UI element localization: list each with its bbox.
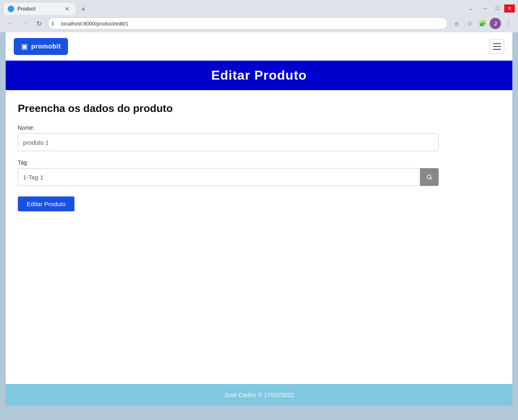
active-tab[interactable]: 🌐 Product ✕	[3, 2, 76, 15]
browser-actions: ⎋ ☆ 🧩 J ⋮	[451, 18, 514, 29]
tabs-row: 🌐 Product ✕ +	[3, 2, 89, 15]
main-content: Preencha os dados do produto Nome: Tag E…	[6, 90, 512, 377]
logo-icon: ▣	[21, 42, 28, 51]
more-button[interactable]: ⋮	[503, 18, 514, 29]
tag-input-group	[18, 168, 439, 186]
logo-button[interactable]: ▣ promobit	[14, 38, 68, 55]
bookmark-button[interactable]: ☆	[464, 18, 475, 29]
footer: José Carlos © 17/02/2022	[6, 384, 512, 405]
tab-title: Product	[17, 6, 60, 12]
close-button[interactable]: ✕	[504, 4, 515, 13]
logo-text: promobit	[31, 43, 61, 50]
name-input[interactable]	[18, 133, 439, 151]
tag-search-button[interactable]	[420, 168, 439, 186]
profile-button[interactable]: J	[490, 18, 501, 29]
tab-favicon: 🌐	[8, 6, 14, 12]
navbar: ▣ promobit	[6, 32, 512, 61]
minimize-button[interactable]: ─	[480, 4, 490, 13]
share-button[interactable]: ⎋	[451, 18, 462, 29]
back-button[interactable]: ←	[4, 18, 15, 29]
submit-button[interactable]: Editar Produto	[18, 196, 74, 211]
tag-form-group: Tag	[18, 159, 439, 186]
footer-text: José Carlos © 17/02/2022	[224, 391, 294, 398]
page-wrapper: ▣ promobit Editar Produto Preencha os da…	[6, 32, 512, 384]
extensions-button[interactable]: 🧩	[477, 18, 488, 29]
address-input[interactable]	[48, 17, 448, 30]
maximize-button[interactable]: ☐	[492, 4, 503, 13]
new-tab-button[interactable]: +	[78, 4, 89, 15]
forward-button[interactable]: →	[19, 18, 30, 29]
name-label: Nome:	[18, 125, 439, 131]
spacer	[18, 211, 500, 365]
name-form-group: Nome:	[18, 125, 439, 151]
tab-close-button[interactable]: ✕	[64, 5, 71, 13]
form-section-title: Preencha os dados do produto	[18, 102, 500, 115]
browser-chrome: 🌐 Product ✕ + ⌄ ─ ☐ ✕ ← → ↻ ℹ ⎋ ☆	[0, 0, 518, 32]
lock-icon: ℹ	[52, 21, 54, 27]
address-bar-row: ← → ↻ ℹ ⎋ ☆ 🧩 J ⋮	[0, 15, 518, 32]
hamburger-line-1	[493, 43, 501, 44]
svg-line-1	[431, 178, 432, 179]
tag-label: Tag	[18, 159, 439, 166]
hamburger-button[interactable]	[490, 39, 504, 54]
refresh-button[interactable]: ↻	[33, 18, 45, 29]
hamburger-line-2	[493, 46, 501, 47]
hamburger-line-3	[493, 49, 501, 50]
window-controls: ─ ☐ ✕	[480, 4, 515, 13]
tag-input[interactable]	[18, 168, 420, 186]
hero-title: Editar Produto	[6, 68, 512, 83]
dropdown-button[interactable]: ⌄	[465, 4, 476, 13]
hero-banner: Editar Produto	[6, 61, 512, 90]
search-icon	[426, 174, 433, 180]
address-bar-container: ℹ	[48, 17, 448, 30]
title-bar: 🌐 Product ✕ + ⌄ ─ ☐ ✕	[0, 0, 518, 15]
